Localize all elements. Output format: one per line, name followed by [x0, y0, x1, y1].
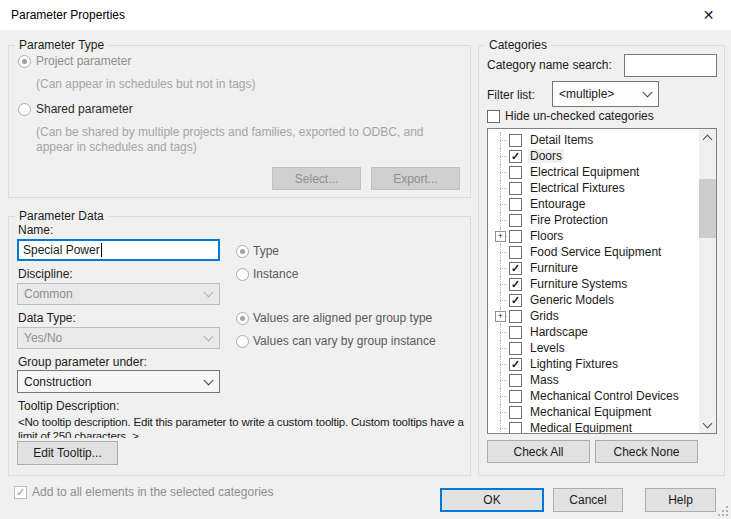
- tree-connector: [492, 388, 509, 404]
- category-row[interactable]: Entourage: [488, 196, 699, 212]
- category-checkbox[interactable]: ✓: [509, 278, 522, 291]
- category-row[interactable]: ✓Furniture: [488, 260, 699, 276]
- category-checkbox[interactable]: ✓: [509, 262, 522, 275]
- tree-connector: [492, 292, 509, 308]
- scrollbar[interactable]: [699, 129, 716, 433]
- category-checkbox[interactable]: [509, 422, 522, 435]
- check-none-button[interactable]: Check None: [595, 440, 698, 463]
- category-tree-rows: Detail Items✓DoorsElectrical EquipmentEl…: [488, 132, 699, 434]
- project-parameter-radio[interactable]: [18, 55, 31, 68]
- category-checkbox[interactable]: [509, 390, 522, 403]
- category-checkbox[interactable]: [509, 198, 522, 211]
- filter-list-value: <multiple>: [559, 87, 614, 101]
- chevron-down-icon: [643, 88, 653, 98]
- tooltip-description-text: <No tooltip description. Edit this param…: [18, 415, 473, 438]
- values-vary-radio-label: Values can vary by group instance: [253, 334, 436, 348]
- category-checkbox[interactable]: [509, 134, 522, 147]
- category-label: Doors: [528, 149, 564, 163]
- category-label: Food Service Equipment: [528, 245, 663, 259]
- type-radio[interactable]: [236, 245, 249, 258]
- category-row[interactable]: ✓Generic Models: [488, 292, 699, 308]
- category-checkbox[interactable]: [509, 310, 522, 323]
- scrollbar-thumb[interactable]: [699, 179, 716, 238]
- category-checkbox[interactable]: [509, 374, 522, 387]
- tree-connector: [492, 404, 509, 420]
- category-row[interactable]: ✓Doors: [488, 148, 699, 164]
- instance-radio[interactable]: [236, 268, 249, 281]
- category-row[interactable]: Food Service Equipment: [488, 244, 699, 260]
- data-type-value: Yes/No: [24, 331, 62, 345]
- category-search-input[interactable]: [624, 54, 717, 77]
- category-row[interactable]: Mechanical Control Devices: [488, 388, 699, 404]
- expand-icon[interactable]: +: [492, 228, 509, 244]
- category-label: Mechanical Control Devices: [528, 389, 681, 403]
- category-row[interactable]: Medical Equipment: [488, 420, 699, 434]
- instance-radio-label: Instance: [253, 267, 298, 281]
- category-row[interactable]: Detail Items: [488, 132, 699, 148]
- category-label: Furniture: [528, 261, 580, 275]
- category-checkbox[interactable]: [509, 182, 522, 195]
- text-cursor: [101, 243, 102, 257]
- help-button[interactable]: Help: [645, 488, 716, 512]
- category-row[interactable]: ✓Furniture Systems: [488, 276, 699, 292]
- shared-parameter-desc: (Can be shared by multiple projects and …: [36, 125, 451, 155]
- resize-grip-icon[interactable]: [718, 506, 728, 516]
- edit-tooltip-button[interactable]: Edit Tooltip...: [17, 441, 118, 465]
- select-button[interactable]: Select...: [272, 167, 361, 190]
- cancel-button[interactable]: Cancel: [553, 488, 623, 512]
- group-under-select[interactable]: Construction: [17, 370, 220, 393]
- category-checkbox[interactable]: [509, 246, 522, 259]
- category-checkbox[interactable]: ✓: [509, 294, 522, 307]
- scrollbar-up-icon[interactable]: [699, 129, 716, 146]
- discipline-select[interactable]: Common: [17, 283, 220, 305]
- group-under-value: Construction: [24, 375, 91, 389]
- category-label: Medical Equipment: [528, 421, 634, 434]
- category-row[interactable]: ✓Lighting Fixtures: [488, 356, 699, 372]
- category-row[interactable]: Electrical Equipment: [488, 164, 699, 180]
- category-checkbox[interactable]: ✓: [509, 150, 522, 163]
- add-to-all-checkbox[interactable]: ✓: [14, 486, 27, 499]
- tree-connector: [492, 372, 509, 388]
- project-parameter-desc: (Can appear in schedules but not in tags…: [36, 77, 255, 91]
- filter-list-select[interactable]: <multiple>: [552, 81, 659, 107]
- data-type-select[interactable]: Yes/No: [17, 327, 220, 349]
- category-row[interactable]: Hardscape: [488, 324, 699, 340]
- hide-unchecked-checkbox[interactable]: [487, 110, 500, 123]
- category-checkbox[interactable]: [509, 342, 522, 355]
- category-label: Entourage: [528, 197, 587, 211]
- ok-button[interactable]: OK: [440, 488, 544, 512]
- values-aligned-radio[interactable]: [236, 312, 249, 325]
- category-row[interactable]: +Floors: [488, 228, 699, 244]
- category-row[interactable]: Mechanical Equipment: [488, 404, 699, 420]
- category-checkbox[interactable]: [509, 326, 522, 339]
- add-to-all-label: Add to all elements in the selected cate…: [32, 485, 273, 499]
- category-row[interactable]: Levels: [488, 340, 699, 356]
- check-all-button[interactable]: Check All: [487, 440, 590, 463]
- category-checkbox[interactable]: [509, 230, 522, 243]
- close-icon[interactable]: ✕: [686, 0, 731, 30]
- category-label: Mass: [528, 373, 561, 387]
- project-parameter-label: Project parameter: [36, 54, 131, 68]
- category-row[interactable]: +Grids: [488, 308, 699, 324]
- name-input[interactable]: Special Power: [17, 239, 220, 261]
- values-vary-radio[interactable]: [236, 335, 249, 348]
- filter-list-label: Filter list:: [487, 88, 535, 102]
- category-row[interactable]: Fire Protection: [488, 212, 699, 228]
- tree-connector: [492, 180, 509, 196]
- category-tree: Detail Items✓DoorsElectrical EquipmentEl…: [487, 128, 717, 434]
- category-search-label: Category name search:: [487, 58, 612, 72]
- name-label: Name:: [18, 223, 53, 237]
- category-checkbox[interactable]: [509, 406, 522, 419]
- category-checkbox[interactable]: [509, 166, 522, 179]
- category-row[interactable]: Mass: [488, 372, 699, 388]
- category-checkbox[interactable]: [509, 214, 522, 227]
- chevron-down-icon: [204, 375, 214, 385]
- expand-icon[interactable]: +: [492, 308, 509, 324]
- scrollbar-down-icon[interactable]: [699, 416, 716, 433]
- export-button[interactable]: Export...: [371, 167, 460, 190]
- category-checkbox[interactable]: ✓: [509, 358, 522, 371]
- category-label: Grids: [528, 309, 561, 323]
- categories-title: Categories: [485, 38, 551, 52]
- category-row[interactable]: Electrical Fixtures: [488, 180, 699, 196]
- shared-parameter-radio[interactable]: [18, 103, 31, 116]
